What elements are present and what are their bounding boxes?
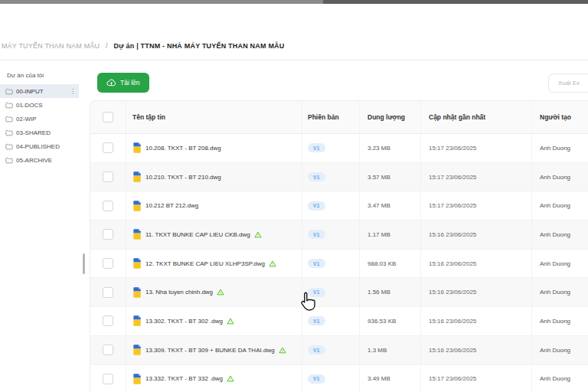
table-row[interactable]: 13.332. TKXT - BT 332 .dwg V1 3.49 MB 15…: [90, 365, 588, 392]
table-row[interactable]: 10.212 BT 212.dwg V1 3.47 MB 15:17 23/06…: [90, 191, 588, 220]
dwg-file-icon: [132, 374, 142, 384]
folder-label: 02-WIP: [16, 116, 37, 122]
row-checkbox[interactable]: [103, 172, 113, 182]
row-checkbox[interactable]: [103, 374, 113, 384]
folder-tree: 00-INPUT ⋮ 01-DOCS ⋮ 02-WIP ⋮: [0, 84, 79, 167]
updated-at: 15:17 23/06/2025: [421, 191, 532, 220]
breadcrumb-current: Dự án | TTNM - NHÀ MÁY TUYỂN THAN NAM MẪ…: [113, 42, 284, 50]
dwg-file-icon: [132, 258, 142, 269]
app-window: { "breadcrumb": { "prev": "À MÁY TUYỂN T…: [0, 0, 588, 392]
column-header-size[interactable]: Dung lượng: [360, 101, 421, 133]
file-name[interactable]: 11. TKXT BUNKE CAP LIEU CKB.dwg: [145, 231, 250, 238]
updated-at: 15:16 23/06/2025: [421, 250, 532, 278]
more-vertical-icon[interactable]: ⋮: [70, 88, 76, 95]
folder-label: 00-INPUT: [16, 88, 44, 95]
creator-name: Anh Duong: [532, 134, 588, 162]
select-all-checkbox[interactable]: [103, 112, 113, 122]
sidebar-folder-item[interactable]: 05-ARCHIVE ⋮: [0, 153, 79, 167]
file-size: 3.49 MB: [360, 365, 421, 392]
file-list: 10.208. TKXT - BT 208.dwg V1 3.23 MB 15:…: [90, 134, 588, 392]
table-row[interactable]: 13.302. TKXT - BT 302 .dwg V1 936.53 KB …: [90, 307, 588, 336]
file-size: 3.57 MB: [360, 163, 421, 191]
folder-label: 05-ARCHIVE: [16, 157, 52, 164]
folder-icon: [5, 129, 13, 136]
file-size: 3.23 MB: [360, 134, 421, 162]
file-size: 988.03 KB: [360, 250, 421, 278]
dwg-file-icon: [132, 345, 142, 355]
file-name[interactable]: 10.210. TKXT - BT 210.dwg: [145, 174, 221, 181]
folder-label: 04-PUBLISHED: [16, 143, 60, 150]
folder-label: 03-SHARED: [16, 129, 51, 136]
warning-triangle-icon: [227, 318, 234, 325]
content-layout: Dự án của tôi 00-INPUT ⋮ 01-DOCS ⋮: [0, 60, 588, 392]
updated-at: 15:17 23/06/2025: [421, 134, 532, 162]
table-row[interactable]: 12. TKXT BUNKE CAP LIEU XLHP3SP.dwg V1 9…: [90, 250, 588, 279]
sidebar-title: Dự án của tôi: [0, 72, 79, 79]
sidebar-folder-item[interactable]: 03-SHARED ⋮: [0, 126, 79, 139]
column-header-version[interactable]: Phiên bản: [302, 101, 360, 133]
row-checkbox[interactable]: [103, 315, 113, 326]
version-badge: V1: [308, 288, 325, 297]
toolbar: Tải lên Xuất Ex: [90, 60, 588, 96]
file-name[interactable]: 13.309. TKXT - BT 309 + BUNKE DA THAI.dw…: [145, 347, 275, 354]
creator-name: Anh Duong: [532, 278, 588, 306]
sidebar-folder-item[interactable]: 04-PUBLISHED ⋮: [0, 139, 79, 153]
dwg-file-icon: [132, 201, 142, 211]
version-badge: V1: [308, 259, 325, 268]
file-name[interactable]: 13. Nha tuyen chinh.dwg: [145, 289, 213, 296]
version-badge: V1: [308, 345, 325, 354]
row-checkbox[interactable]: [103, 345, 113, 355]
export-button[interactable]: Xuất Ex: [548, 74, 588, 93]
file-name[interactable]: 13.332. TKXT - BT 332 .dwg: [145, 375, 223, 382]
column-header-updated[interactable]: Cập nhật gần nhất: [421, 101, 532, 133]
row-checkbox[interactable]: [103, 258, 113, 269]
folder-icon: [5, 116, 13, 122]
updated-at: 15:16 23/06/2025: [421, 307, 532, 335]
table-row[interactable]: 10.210. TKXT - BT 210.dwg V1 3.57 MB 15:…: [90, 163, 588, 192]
file-size: 1.56 MB: [360, 278, 421, 306]
upload-button[interactable]: Tải lên: [97, 73, 149, 93]
row-checkbox[interactable]: [103, 201, 113, 211]
version-badge: V1: [308, 230, 325, 239]
creator-name: Anh Duong: [532, 307, 588, 335]
cloud-upload-icon: [106, 79, 116, 87]
column-header-creator[interactable]: Người tạo: [532, 101, 588, 133]
file-name[interactable]: 10.212 BT 212.dwg: [145, 202, 198, 209]
version-badge: V1: [308, 143, 325, 152]
sidebar-folder-item[interactable]: 00-INPUT ⋮: [0, 84, 79, 98]
creator-name: Anh Duong: [532, 163, 588, 191]
sidebar-folder-item[interactable]: 01-DOCS ⋮: [0, 98, 79, 112]
updated-at: 15:16 23/06/2025: [421, 336, 532, 364]
row-checkbox[interactable]: [103, 287, 113, 298]
breadcrumb: À MÁY TUYỂN THAN NAM MẪU / Dự án | TTNM …: [0, 42, 285, 50]
folder-label: 01-DOCS: [16, 102, 43, 109]
main-panel: Tải lên Xuất Ex Tên tập tin Phiên bản Du…: [79, 60, 588, 392]
folder-icon: [5, 88, 13, 95]
creator-name: Anh Duong: [532, 336, 588, 364]
dwg-file-icon: [132, 287, 142, 298]
table-header-row: Tên tập tin Phiên bản Dung lượng Cập nhậ…: [90, 101, 588, 134]
table-row[interactable]: 11. TKXT BUNKE CAP LIEU CKB.dwg V1 1.17 …: [90, 220, 588, 250]
file-name[interactable]: 12. TKXT BUNKE CAP LIEU XLHP3SP.dwg: [145, 260, 265, 267]
creator-name: Anh Duong: [532, 220, 588, 249]
table-row[interactable]: 10.208. TKXT - BT 208.dwg V1 3.23 MB 15:…: [90, 134, 588, 163]
warning-triangle-icon: [269, 260, 276, 267]
table-row[interactable]: 13.309. TKXT - BT 309 + BUNKE DA THAI.dw…: [90, 336, 588, 365]
upload-button-label: Tải lên: [120, 79, 140, 87]
creator-name: Anh Duong: [532, 191, 588, 220]
file-name[interactable]: 13.302. TKXT - BT 302 .dwg: [145, 318, 223, 325]
breadcrumb-previous[interactable]: À MÁY TUYỂN THAN NAM MẪU: [0, 42, 100, 50]
dwg-file-icon: [132, 229, 142, 240]
row-checkbox[interactable]: [103, 229, 113, 240]
version-badge: V1: [308, 374, 325, 384]
warning-triangle-icon: [254, 231, 262, 238]
sidebar-folder-item[interactable]: 02-WIP ⋮: [0, 112, 79, 126]
folder-icon: [5, 157, 13, 164]
table-row[interactable]: 13. Nha tuyen chinh.dwg V1 1.56 MB 15:16…: [90, 278, 588, 307]
folder-icon: [5, 143, 13, 150]
column-header-name[interactable]: Tên tập tin: [126, 101, 302, 133]
file-name[interactable]: 10.208. TKXT - BT 208.dwg: [145, 145, 221, 152]
version-badge: V1: [308, 172, 325, 181]
updated-at: 15:16 23/06/2025: [421, 220, 532, 249]
row-checkbox[interactable]: [103, 142, 113, 153]
